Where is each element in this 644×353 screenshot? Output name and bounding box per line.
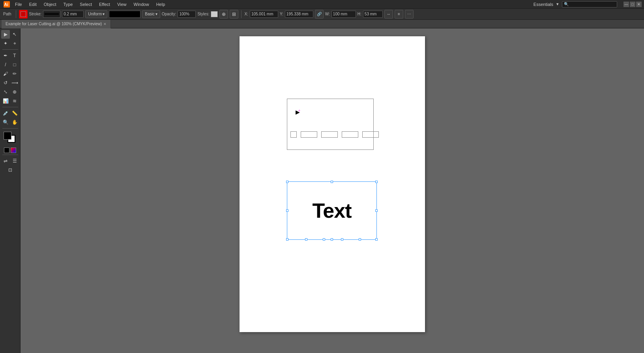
lasso-tool[interactable]: ⌖ (10, 39, 19, 48)
main-area: ▶ ↖ ✦ ⌖ ✒ T / □ 🖌 ✏ ↺ ⟿ ⤡ (0, 28, 644, 353)
stroke-color-dropdown[interactable]: Basic ▾ (142, 10, 160, 18)
none-swatch[interactable] (4, 148, 9, 153)
align-icon[interactable]: ≡ (395, 10, 403, 19)
comb-tooth-2 (321, 131, 338, 138)
direct-selection-tool[interactable]: ↖ (10, 30, 19, 39)
document-tab[interactable]: Example for Laser Cutting.ai @ 100% (CMY… (2, 20, 111, 28)
eyedropper-tool[interactable]: 💉 (1, 109, 10, 118)
sep-3 (2, 128, 18, 129)
y-input[interactable] (285, 11, 313, 18)
brush-row: 🖌 ✏ (1, 69, 19, 78)
magic-wand-tool[interactable]: ✦ (1, 39, 10, 48)
scale-tool[interactable]: ⤡ (1, 88, 10, 96)
extra-icon[interactable]: ⋯ (405, 10, 414, 19)
text-box[interactable]: Text (287, 181, 377, 240)
artboard-icon[interactable]: ⊡ (6, 166, 15, 174)
window-controls: — □ ✕ (623, 2, 642, 7)
fill-swatch[interactable] (4, 132, 11, 140)
menu-view[interactable]: View (114, 1, 130, 7)
graph-tool[interactable]: 📊 (1, 97, 10, 105)
comb-tooth-0 (290, 131, 297, 138)
handle-bot-right (375, 238, 378, 241)
selection-tool[interactable]: ▶ (1, 30, 10, 39)
line-row: / □ (1, 60, 19, 69)
grid-icon-btn[interactable]: ⊞ (230, 10, 238, 19)
tab-filename: Example for Laser Cutting.ai @ 100% (CMY… (6, 22, 102, 26)
eyedropper-row: 💉 📏 (1, 109, 19, 118)
styles-label: Styles: (197, 12, 209, 16)
tab-bar: Example for Laser Cutting.ai @ 100% (CMY… (0, 20, 644, 28)
comb-tooth-1 (301, 131, 317, 138)
handle-top-mid (331, 181, 333, 183)
paintbrush-tool[interactable]: 🖌 (1, 69, 10, 78)
stroke-style-dropdown[interactable]: Uniform ▾ (85, 10, 107, 18)
color-area (4, 132, 17, 153)
tab-close-button[interactable]: ✕ (103, 22, 107, 26)
canvas-area[interactable]: ▶ + (21, 28, 644, 353)
lock-proportions-icon[interactable]: 🔗 (315, 10, 324, 19)
menu-help[interactable]: Help (153, 1, 168, 7)
stroke-style-label: Uniform (88, 12, 102, 16)
styles-swatch[interactable] (211, 11, 218, 17)
link-icon-btn[interactable]: ⊕ (219, 10, 228, 19)
handle-mid-left (286, 209, 288, 212)
sep-1 (2, 49, 18, 50)
x-label: X: (244, 12, 248, 16)
upper-rectangle[interactable]: ▶ + (287, 99, 374, 150)
stroke-color-line (45, 13, 59, 15)
type-tool[interactable]: T (10, 51, 19, 60)
divider-1 (16, 10, 16, 18)
handle-mid-right (375, 209, 378, 212)
maximize-button[interactable]: □ (630, 2, 635, 7)
comb-lines (290, 131, 379, 138)
line-tool[interactable]: / (1, 60, 10, 69)
color-swatches[interactable] (4, 132, 17, 145)
opacity-label: Opacity: (162, 12, 176, 16)
comb-tooth-3 (342, 131, 358, 138)
pencil-tool[interactable]: ✏ (10, 69, 19, 78)
menu-effect[interactable]: Effect (96, 1, 113, 7)
cursor-indicator: ▶ + (294, 108, 301, 116)
h-input[interactable] (363, 11, 383, 18)
stroke-color-preset[interactable] (109, 11, 140, 18)
zoom-tool[interactable]: 🔍 (1, 118, 10, 127)
close-button[interactable]: ✕ (636, 2, 642, 7)
fill-color-swatch[interactable] (19, 10, 28, 19)
opacity-input[interactable] (178, 11, 196, 18)
menu-select[interactable]: Select (77, 1, 95, 7)
handle-bot-2 (323, 238, 325, 241)
comb-tooth-4 (362, 131, 379, 138)
graph-row: 📊 ≋ (1, 97, 19, 105)
reflect-icon[interactable]: ⇌ (1, 157, 10, 165)
blend-tool[interactable]: ≋ (10, 97, 19, 105)
hand-tool[interactable]: ✋ (10, 118, 19, 127)
gradient-swatch[interactable] (11, 148, 16, 153)
warp-tool[interactable]: ⟿ (10, 78, 19, 87)
essentials-label: Essentials (534, 2, 553, 7)
menu-type[interactable]: Type (60, 1, 76, 7)
pen-tool[interactable]: ✒ (1, 51, 10, 60)
stroke-color-box[interactable] (43, 11, 60, 18)
svg-text:Ai: Ai (4, 2, 9, 7)
y-label: Y: (280, 12, 283, 16)
magic-lasso-row: ✦ ⌖ (1, 39, 19, 48)
layers-icon[interactable]: ☰ (10, 157, 19, 165)
transform-icon[interactable]: ↔ (384, 10, 393, 19)
rotate-tool[interactable]: ↺ (1, 78, 10, 87)
menu-edit[interactable]: Edit (26, 1, 40, 7)
measure-tool[interactable]: 📏 (10, 109, 19, 118)
menu-object[interactable]: Object (41, 1, 60, 7)
w-input[interactable] (331, 11, 356, 18)
search-icon: 🔍 (564, 2, 569, 6)
text-content: Text (287, 182, 376, 239)
x-input[interactable] (250, 11, 278, 18)
minimize-button[interactable]: — (623, 2, 629, 7)
selection-tools-row: ▶ ↖ (1, 30, 19, 39)
shape-builder-tool[interactable]: ⊕ (10, 88, 19, 96)
search-box[interactable]: 🔍 (562, 1, 617, 7)
menu-file[interactable]: File (12, 1, 25, 7)
app-logo: Ai (2, 0, 11, 9)
rectangle-tool[interactable]: □ (10, 60, 19, 69)
menu-window[interactable]: Window (131, 1, 152, 7)
stroke-weight-input[interactable] (62, 11, 84, 18)
